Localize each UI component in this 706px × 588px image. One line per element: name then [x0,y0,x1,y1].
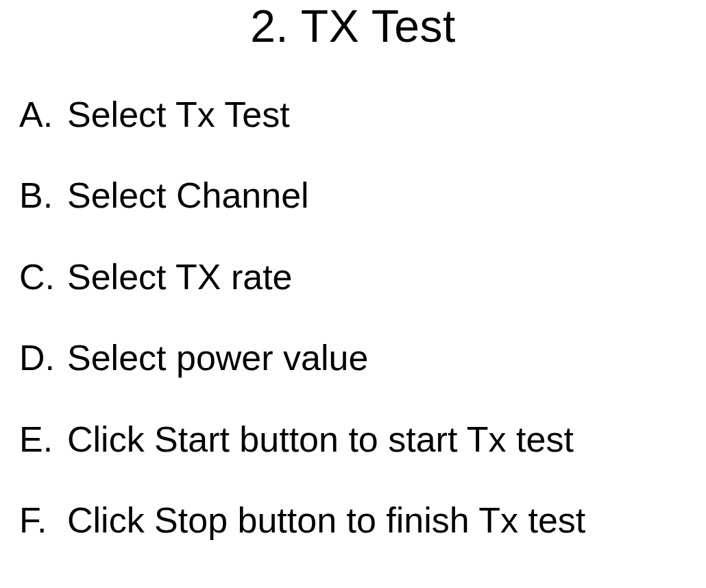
list-marker: D. [19,336,67,379]
list-item: A. Select Tx Test [19,93,706,136]
list-text: Select TX rate [67,256,706,298]
list-marker: E. [19,418,67,461]
instruction-list: A. Select Tx Test B. Select Channel C. S… [0,93,706,541]
list-text: Select power value [67,336,706,379]
list-text: Click Stop button to finish Tx test [67,499,706,541]
list-marker: A. [19,93,67,136]
list-text: Select Tx Test [67,93,706,136]
list-item: F. Click Stop button to finish Tx test [19,499,706,541]
list-marker: C. [19,256,67,298]
list-item: E. Click Start button to start Tx test [19,418,706,461]
list-marker: F. [19,499,67,541]
list-text: Click Start button to start Tx test [67,418,706,461]
list-item: D. Select power value [19,336,706,379]
list-item: C. Select TX rate [19,256,706,298]
list-item: B. Select Channel [19,174,706,217]
page-title: 2. TX Test [0,0,706,52]
list-marker: B. [19,174,67,217]
list-text: Select Channel [67,174,706,217]
